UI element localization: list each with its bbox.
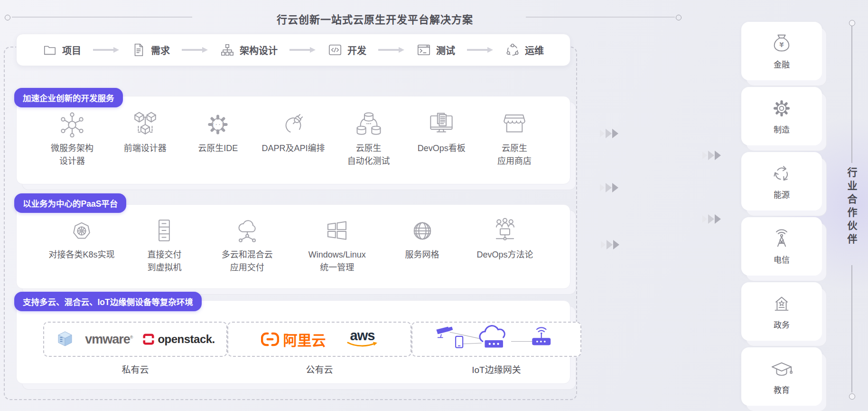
- service-item-label: 微服务架构 设计器: [51, 142, 93, 168]
- app-store-icon: [501, 111, 528, 138]
- vm-server-icon: [150, 217, 178, 245]
- arrow-right-icon: [289, 47, 316, 53]
- public-cloud-group: 阿里云 aws 公有云: [227, 322, 411, 375]
- cloud-group-label: 私有云: [121, 363, 149, 375]
- dapr-api-icon: [280, 111, 307, 138]
- industry-card-energy: 能源: [741, 152, 822, 210]
- workflow-item-testing: 测试: [417, 43, 455, 57]
- ops-cycle-icon: [505, 43, 520, 57]
- service-item-label: 云原生 自动化测试: [347, 142, 390, 168]
- finance-moneybag-icon: ¥: [771, 32, 793, 54]
- workflow-item-requirements: 需求: [131, 43, 170, 57]
- industry-card-label: 电信: [774, 253, 790, 265]
- cloud-group-label: IoT边缘网关: [472, 363, 521, 375]
- telecom-tower-icon: [771, 228, 793, 249]
- cloud-group-label: 公有云: [306, 363, 333, 375]
- partner-rail-line-bottom: [851, 265, 852, 392]
- forward-chevrons-icon: [599, 182, 620, 193]
- service-item-label: 直接交付 到虚拟机: [147, 249, 181, 274]
- education-cap-icon: [771, 358, 793, 380]
- industry-card-label: 金融: [774, 58, 790, 70]
- service-item: 云原生 应用商店: [479, 111, 550, 168]
- environments-badge: 支持多云、混合云、IoT边缘侧设备等复杂环境: [14, 292, 202, 311]
- service-mesh-globe-icon: [409, 217, 436, 245]
- industry-card-label: 政务: [774, 318, 790, 330]
- code-window-icon: [328, 43, 342, 57]
- workflow-item-operations: 运维: [505, 43, 544, 57]
- rail-end-dot-top: [849, 20, 855, 26]
- service-item: DevOps看板: [406, 111, 477, 155]
- workflow-item-label: 开发: [347, 43, 366, 57]
- service-item: 服务网格: [387, 217, 458, 261]
- dev-services-panel: 微服务架构 设计器 前端设计器 (··) 云原生IDE DAPR及API编排 云…: [16, 96, 570, 184]
- workflow-bar: 项目 需求 架构设计 开发 测试 运维: [16, 34, 570, 66]
- iot-devices-icon: [423, 325, 570, 354]
- dev-services-badge: 加速企业创新的开发服务: [14, 88, 123, 107]
- government-building-icon: [771, 293, 793, 315]
- service-item-label: DevOps看板: [418, 142, 466, 155]
- windows-linux-icon: [323, 217, 351, 245]
- server-cube-icon: [56, 330, 75, 349]
- service-item-label: DAPR及API编排: [261, 142, 325, 155]
- service-item: 云原生 自动化测试: [333, 111, 404, 168]
- svg-text:(··): (··): [212, 121, 224, 128]
- solution-diagram: 行云创新一站式云原生开发平台解决方案 项目 需求 架构设计 开发 测试: [0, 0, 868, 411]
- sitemap-icon: [220, 43, 234, 57]
- aws-logo: aws: [347, 330, 378, 348]
- service-item-label: 对接各类K8s实现: [48, 249, 114, 261]
- service-item-label: DevOps方法论: [476, 249, 533, 261]
- forward-chevrons-icon: [599, 128, 620, 139]
- industry-card-label: 能源: [774, 188, 790, 200]
- service-item: Windows/Linux 统一管理: [294, 217, 380, 274]
- partner-rail-line-top: [851, 26, 852, 163]
- workflow-item-label: 测试: [436, 43, 455, 57]
- public-cloud-box: 阿里云 aws: [227, 322, 411, 357]
- svg-text:¥: ¥: [779, 41, 784, 48]
- private-cloud-group: vmware® openstack. 私有云: [43, 322, 227, 375]
- private-cloud-box: vmware® openstack.: [43, 322, 227, 357]
- header-rule-right: [526, 17, 675, 18]
- rail-end-dot-bottom: [849, 393, 855, 400]
- terminal-icon: [417, 43, 431, 57]
- forward-chevrons-icon: [600, 239, 621, 250]
- aws-smile-icon: [347, 342, 378, 348]
- service-item-label: Windows/Linux 统一管理: [308, 249, 366, 274]
- service-item-label: 前端设计器: [124, 142, 167, 155]
- document-icon: [131, 43, 146, 57]
- microservice-architecture-icon: [58, 111, 86, 138]
- header-end-dot-left: [5, 15, 10, 20]
- manufacturing-gear-icon: [771, 97, 793, 119]
- workflow-item-label: 架构设计: [240, 43, 278, 57]
- cloudnative-ide-icon: (··): [204, 111, 232, 138]
- openstack-logo: openstack.: [143, 333, 215, 346]
- industry-card-telecom: 电信: [741, 217, 822, 276]
- service-item: DevOps方法论: [465, 217, 545, 261]
- energy-recycle-icon: [771, 162, 793, 184]
- service-item: DAPR及API编排: [255, 111, 331, 155]
- service-item: 多云和混合云 应用交付: [207, 217, 288, 274]
- service-item-label: 多云和混合云 应用交付: [222, 249, 273, 274]
- service-item: 前端设计器: [110, 111, 181, 155]
- service-item: (··) 云原生IDE: [182, 111, 253, 155]
- header-end-dot-right: [676, 15, 681, 20]
- aliyun-bracket-icon: [261, 332, 279, 347]
- industry-card-label: 制造: [774, 123, 790, 135]
- industry-card-label: 教育: [774, 383, 790, 395]
- industry-card-government: 政务: [741, 282, 822, 341]
- arrow-right-icon: [182, 47, 208, 53]
- service-item-label: 服务网格: [405, 249, 439, 261]
- devops-methodology-icon: [491, 217, 519, 245]
- industry-card-manufacturing: 制造: [741, 87, 822, 145]
- multicloud-delivery-icon: [233, 217, 261, 245]
- cloudnative-autotest-icon: [355, 111, 383, 138]
- paas-row: 对接各类K8s实现 直接交付 到虚拟机 多云和混合云 应用交付 Windows/…: [17, 205, 570, 274]
- kubernetes-icon: [68, 217, 95, 245]
- paas-panel: 对接各类K8s实现 直接交付 到虚拟机 多云和混合云 应用交付 Windows/…: [16, 204, 570, 289]
- openstack-icon: [143, 334, 154, 345]
- page-title: 行云创新一站式云原生开发平台解决方案: [242, 11, 508, 26]
- cloud-groups-row: vmware® openstack. 私有云 阿里云 aws: [17, 301, 570, 375]
- environments-panel: vmware® openstack. 私有云 阿里云 aws: [16, 300, 570, 384]
- service-item-label: 云原生 应用商店: [497, 142, 532, 168]
- industry-card-education: 教育: [741, 347, 822, 406]
- iot-gateway-box: [411, 322, 581, 357]
